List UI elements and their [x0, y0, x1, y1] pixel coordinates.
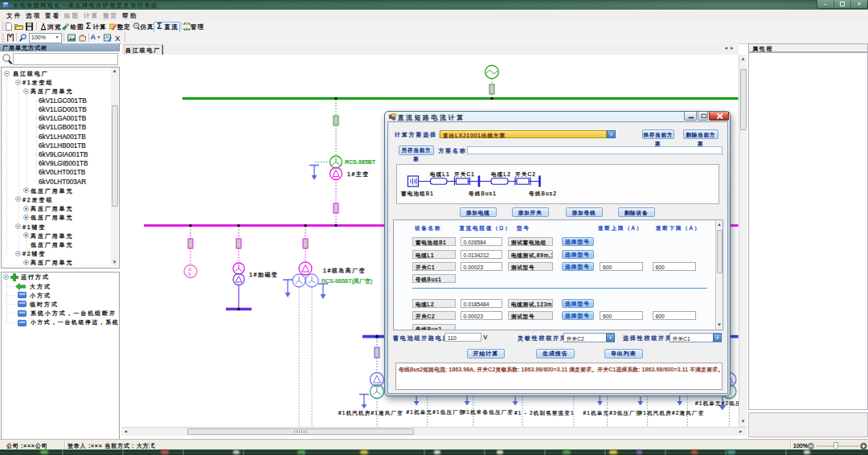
svg-text:电缆L2: 电缆L2 — [491, 171, 511, 178]
svg-text:1#主变: 1#主变 — [347, 170, 370, 178]
svg-text:RCS-985BT: RCS-985BT — [345, 159, 376, 165]
svg-text:1#核岛高厂变: 1#核岛高厂变 — [323, 268, 366, 274]
svg-text:#1机常备低压厂变: #1机常备低压厂变 — [463, 409, 514, 416]
svg-text:#1机单元#3低压厂变: #1机单元#3低压厂变 — [583, 410, 642, 416]
svg-text:开关C2: 开关C2 — [515, 171, 536, 177]
svg-text:蓄电池组B1: 蓄电池组B1 — [401, 191, 434, 197]
svg-text:S: S — [188, 272, 191, 277]
svg-text:#1机单元#2低压厂变: #1机单元#2低压厂变 — [695, 400, 739, 407]
svg-text:1#励磁变: 1#励磁变 — [249, 272, 278, 278]
svg-text:电缆L1: 电缆L1 — [430, 171, 450, 178]
svg-text:RCS-985BT(高厂变): RCS-985BT(高厂变) — [321, 278, 372, 285]
svg-text:#1 - 2机制氢整流变1: #1 - 2机制氢整流变1 — [514, 410, 575, 416]
svg-text:开关C1: 开关C1 — [454, 171, 475, 177]
svg-text:#1机单元#1低压厂变: #1机单元#1低压厂变 — [407, 409, 465, 416]
svg-text:#1机汽机房#1通风厂变: #1机汽机房#1通风厂变 — [338, 410, 403, 416]
svg-text:母线Bus2: 母线Bus2 — [529, 191, 557, 197]
svg-text:#1机汽机房#2通风厂变: #1机汽机房#2通风厂变 — [640, 410, 705, 416]
svg-text:母线Bus1: 母线Bus1 — [469, 191, 497, 197]
